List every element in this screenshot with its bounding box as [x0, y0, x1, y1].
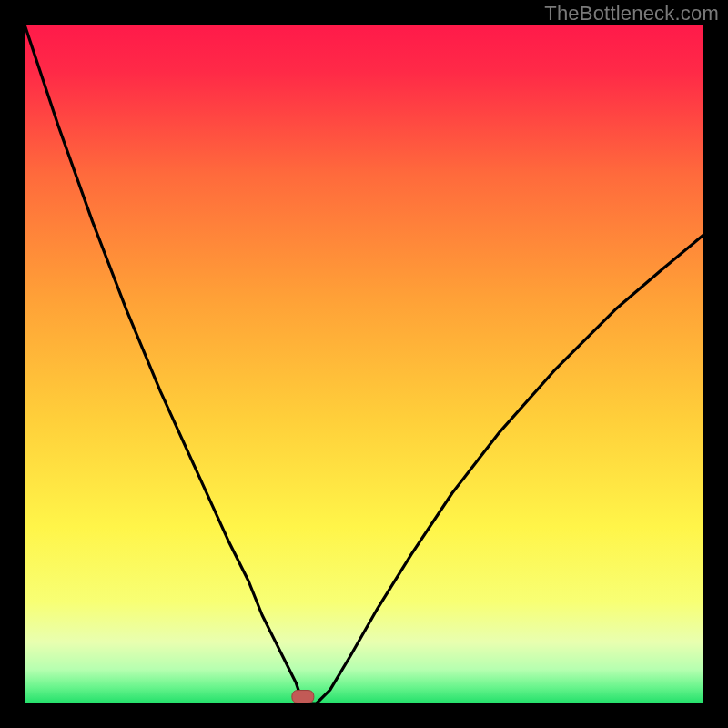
plot-frame — [25, 25, 703, 703]
watermark-text: TheBottleneck.com — [544, 2, 719, 25]
plot-svg — [25, 25, 703, 703]
marker-point — [292, 691, 314, 703]
gradient-background — [25, 25, 703, 703]
chart-container: TheBottleneck.com — [0, 0, 728, 728]
